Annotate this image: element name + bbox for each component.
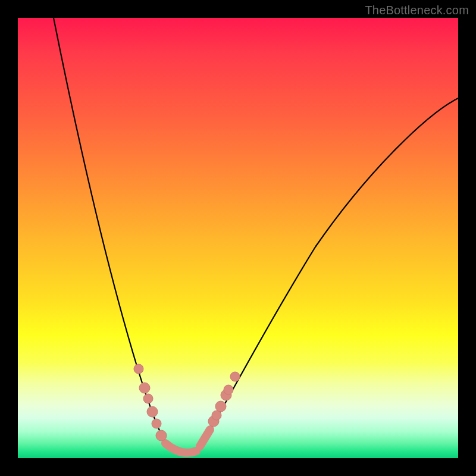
chart-svg <box>18 18 458 458</box>
marker-dot <box>212 411 221 420</box>
watermark-text: TheBottleneck.com <box>365 4 469 17</box>
bottleneck-curve <box>54 18 458 454</box>
marker-dot <box>230 372 240 381</box>
marker-dot <box>147 406 158 417</box>
marker-dot <box>156 430 167 441</box>
marker-dot <box>134 364 143 374</box>
marker-cluster-right <box>200 430 210 446</box>
marker-dot <box>152 419 161 428</box>
marker-dot <box>139 383 150 393</box>
marker-cluster-valley <box>165 443 196 453</box>
marker-dot <box>224 385 233 394</box>
marker-dot <box>215 401 226 412</box>
marker-dot <box>143 394 153 403</box>
